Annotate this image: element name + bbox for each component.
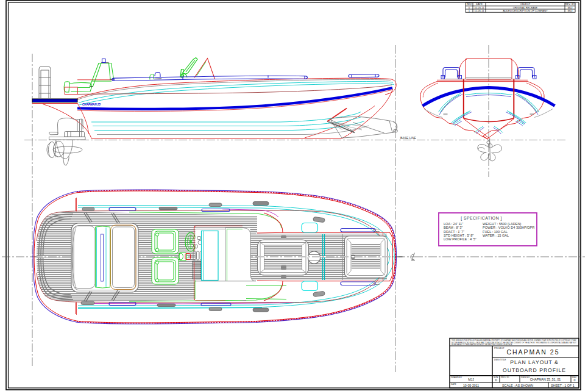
svg-text:MJJ: MJJ	[468, 378, 474, 381]
svg-text:SCALE : AS SHOWN: SCALE : AS SHOWN	[502, 384, 533, 387]
svg-text:CHAPMAN 25: CHAPMAN 25	[82, 103, 101, 106]
svg-text:10-05-11: 10-05-11	[474, 6, 484, 9]
svg-text:0: 0	[574, 378, 576, 382]
svg-text:POWER : VOLVO D4 300HP/DPR: POWER : VOLVO D4 300HP/DPR	[483, 226, 534, 229]
svg-text:STD HEIGHT : 5' 8": STD HEIGHT : 5' 8"	[444, 234, 473, 237]
svg-text:NOT BE REPRODUCED IN FULL OR I: NOT BE REPRODUCED IN FULL OR IN PART TO …	[452, 342, 576, 344]
svg-text:MJJ: MJJ	[568, 9, 573, 12]
svg-text:DWG TITLE: DWG TITLE	[494, 359, 506, 361]
svg-text:THIS DESIGN IS THE INTELLECTUA: THIS DESIGN IS THE INTELLECTUAL AND MATE…	[452, 339, 576, 342]
svg-text:MJJ: MJJ	[568, 6, 573, 9]
svg-text:DRAWN BY: DRAWN BY	[451, 376, 462, 379]
svg-text:PLAN LAYOUT &: PLAN LAYOUT &	[510, 359, 559, 365]
svg-text:BASE LINE: BASE LINE	[400, 136, 417, 140]
svg-text:BEAM : 8' 3": BEAM : 8' 3"	[444, 226, 462, 229]
svg-text:BE RELEASED TO THIRD PARTIES W: BE RELEASED TO THIRD PARTIES WITHOUT THE…	[452, 343, 512, 346]
svg-text:DWG NO: DWG NO	[521, 376, 530, 379]
svg-text:11-05-11: 11-05-11	[474, 9, 484, 12]
svg-text:PROJ ID: PROJ ID	[501, 376, 509, 379]
svg-text:CHAPMAN 25_51_01: CHAPMAN 25_51_01	[530, 378, 561, 381]
svg-text:CHAPMAN 25: CHAPMAN 25	[506, 348, 559, 356]
svg-text:FUEL : 100 GAL: FUEL : 100 GAL	[483, 230, 508, 234]
svg-text:[ SPECIFICATION ]: [ SPECIFICATION ]	[461, 216, 502, 221]
svg-text:ORIGINAL RELEASE: ORIGINAL RELEASE	[513, 6, 538, 9]
svg-text:WEIGHT : 5500 (LADEN): WEIGHT : 5500 (LADEN)	[483, 222, 521, 226]
svg-text:ADDED DESCRIPTION OF COMPANY: ADDED DESCRIPTION OF COMPANY	[503, 9, 548, 12]
svg-text:D: D	[495, 378, 497, 382]
svg-text:OUTBOARD PROFILE: OUTBOARD PROFILE	[503, 367, 566, 373]
svg-text:DATE: DATE	[451, 383, 457, 386]
svg-text:WATER : 15 GAL: WATER : 15 GAL	[483, 234, 509, 237]
svg-text:10-05-2011: 10-05-2011	[463, 384, 479, 387]
svg-text:PROJECT: PROJECT	[494, 347, 505, 350]
svg-text:LOA : 24' 11": LOA : 24' 11"	[444, 222, 463, 226]
svg-text:LOW PROFILE : 4' 5": LOW PROFILE : 4' 5"	[444, 237, 476, 241]
svg-text:DRAFT : 1' 7": DRAFT : 1' 7"	[444, 230, 464, 234]
svg-text:SHEET : 1 OF 1: SHEET : 1 OF 1	[551, 384, 575, 387]
